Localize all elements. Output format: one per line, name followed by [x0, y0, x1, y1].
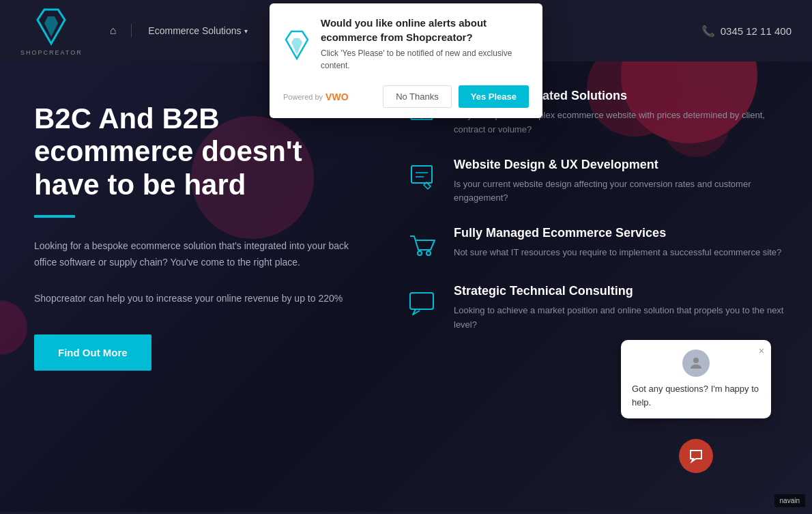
home-icon[interactable]: ⌂ — [110, 25, 117, 37]
feature-consulting-title: Strategic Technical Consulting — [454, 284, 785, 298]
feature-design-title: Website Design & UX Development — [454, 158, 785, 172]
hero-divider — [34, 215, 75, 218]
popup-powered-by: Powered by VWO — [283, 91, 349, 102]
hero-stats: Shopcreator can help you to increase you… — [34, 291, 362, 307]
vwo-logo: VWO — [325, 91, 348, 102]
feature-managed: Fully Managed Ecommerce Services Not sur… — [403, 226, 785, 263]
svg-rect-11 — [410, 293, 433, 309]
yes-please-button[interactable]: Yes Please — [459, 85, 529, 108]
logo-icon — [34, 6, 68, 47]
no-thanks-button[interactable]: No Thanks — [383, 85, 452, 108]
logo-area[interactable]: SHOPCREATOR — [20, 6, 83, 56]
popup-footer: Powered by VWO No Thanks Yes Please — [270, 78, 542, 118]
phone-icon: 📞 — [701, 25, 715, 38]
feature-consulting: Strategic Technical Consulting Looking t… — [403, 284, 785, 332]
phone-area[interactable]: 📞 0345 12 11 400 — [701, 25, 792, 38]
chat-icon — [403, 284, 440, 322]
feature-managed-desc: Not sure what IT resources you require t… — [454, 246, 781, 260]
phone-number: 0345 12 11 400 — [721, 25, 792, 37]
feature-design-content: Website Design & UX Development Is your … — [454, 158, 785, 206]
popup-buttons: No Thanks Yes Please — [383, 85, 529, 108]
feature-consulting-desc: Looking to achieve a market position and… — [454, 304, 785, 332]
popup-header: Would you like online alerts about ecomm… — [270, 3, 542, 78]
nav-ecommerce-solutions[interactable]: Ecommerce Solutions ▾ — [140, 20, 255, 42]
feature-design-desc: Is your current website design affecting… — [454, 177, 785, 206]
chevron-down-icon: ▾ — [244, 27, 248, 35]
popup-title: Would you like online alerts about ecomm… — [321, 16, 529, 44]
hero-description: Looking for a bespoke ecommerce solution… — [34, 238, 362, 271]
logo-text: SHOPCREATOR — [20, 49, 83, 56]
popup-title-area: Would you like online alerts about ecomm… — [321, 16, 529, 72]
nav-divider — [131, 24, 132, 38]
cart-icon — [403, 226, 440, 263]
svg-point-10 — [426, 251, 431, 255]
svg-point-9 — [418, 251, 422, 255]
deco-left-circle-2 — [0, 300, 27, 355]
notification-popup: Would you like online alerts about ecomm… — [270, 3, 542, 118]
find-out-more-button[interactable]: Find Out More — [34, 334, 151, 371]
right-panel: Bespoke Integrated Solutions Do you requ… — [389, 61, 812, 512]
left-panel: B2C And B2B ecommerce doesn't have to be… — [0, 61, 389, 512]
feature-managed-content: Fully Managed Ecommerce Services Not sur… — [454, 226, 781, 260]
pencil-icon — [403, 158, 440, 195]
feature-managed-title: Fully Managed Ecommerce Services — [454, 226, 781, 240]
main-content: B2C And B2B ecommerce doesn't have to be… — [0, 61, 812, 512]
popup-logo — [283, 29, 310, 59]
feature-design: Website Design & UX Development Is your … — [403, 158, 785, 206]
navain-badge: navain — [774, 494, 805, 507]
popup-subtitle: Click 'Yes Please' to be notified of new… — [321, 47, 529, 72]
svg-rect-5 — [411, 166, 432, 183]
feature-consulting-content: Strategic Technical Consulting Looking t… — [454, 284, 785, 332]
